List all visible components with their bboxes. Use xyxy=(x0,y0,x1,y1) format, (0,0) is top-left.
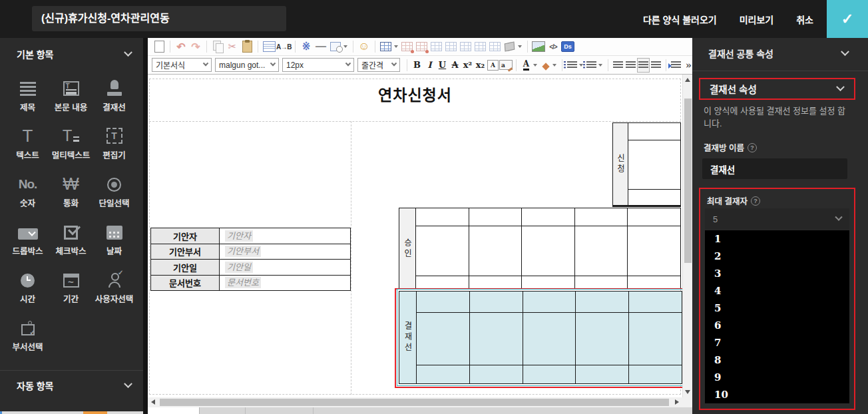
option-item[interactable]: 6 xyxy=(705,317,849,334)
editor-tab[interactable] xyxy=(148,407,200,414)
sidebar-item-date[interactable]: 날짜 xyxy=(93,214,136,261)
table-icon[interactable] xyxy=(380,42,391,51)
preview-button[interactable]: 미리보기 xyxy=(740,13,774,26)
sidebar-item-body-content[interactable]: 본문 내용 xyxy=(49,70,93,117)
sidebar-item-currency[interactable]: ₩ 통화 xyxy=(49,166,93,213)
font-color-icon[interactable] xyxy=(520,58,533,73)
sidebar-item-single-select[interactable]: 단일선택 xyxy=(93,166,136,213)
unordered-list-icon[interactable] xyxy=(586,61,596,69)
sidebar-item-text[interactable]: T 텍스트 xyxy=(6,118,49,165)
draft-info-table[interactable]: 기안자 기안자 기안부서 기안부서 기안일 기안일 문서번호 문서번호 xyxy=(150,228,351,291)
scroll-left-icon[interactable] xyxy=(151,399,155,405)
copy-icon[interactable] xyxy=(210,39,225,54)
ordered-list-icon[interactable] xyxy=(567,61,577,69)
sidebar-item-period[interactable]: ~ 기간 xyxy=(49,262,93,309)
cell-shading-icon[interactable] xyxy=(503,39,517,54)
font-select[interactable]: malgun got... xyxy=(215,58,279,72)
load-other-form-button[interactable]: 다른 양식 불러오기 xyxy=(643,13,717,26)
align-left-icon[interactable] xyxy=(613,61,623,69)
redo-icon[interactable] xyxy=(188,39,203,54)
char-dialog-icon[interactable] xyxy=(487,58,499,73)
chevron-down-icon[interactable] xyxy=(552,64,556,67)
scroll-right-icon[interactable] xyxy=(675,399,679,405)
option-item[interactable]: 3 xyxy=(705,265,849,282)
request-sign-table[interactable]: 신청 xyxy=(612,122,681,207)
paste-text-icon[interactable] xyxy=(262,39,276,54)
sidebar-item-dept-select[interactable]: 부서선택 xyxy=(6,310,49,357)
chevron-down-icon[interactable] xyxy=(394,45,398,48)
chevron-down-icon[interactable] xyxy=(579,64,583,67)
user-cell-delete-icon[interactable] xyxy=(416,42,427,51)
char-style-icon[interactable] xyxy=(499,58,513,73)
option-item[interactable]: 4 xyxy=(705,282,849,300)
sidebar-item-editor[interactable]: T 편집기 xyxy=(93,118,136,165)
paragraph-style-select[interactable]: 기본서식 xyxy=(152,58,212,72)
horizontal-scrollbar[interactable] xyxy=(148,397,682,407)
align-center-icon[interactable] xyxy=(626,61,636,69)
find-replace-icon[interactable] xyxy=(276,39,292,54)
date-time-icon[interactable] xyxy=(328,39,343,54)
option-item[interactable]: 9 xyxy=(705,369,849,386)
sidebar-item-checkbox[interactable]: 체크박스 xyxy=(49,214,93,261)
auto-items-header[interactable]: 자동 항목 xyxy=(17,379,131,392)
room-name-input[interactable] xyxy=(702,158,847,179)
line-spacing-select[interactable]: 줄간격 xyxy=(357,58,400,72)
sidebar-item-title[interactable]: 제목 xyxy=(6,70,49,117)
vertical-scrollbar[interactable] xyxy=(682,75,692,397)
sidebar-item-user-select[interactable]: 사용자선택 xyxy=(93,262,136,309)
merge-cells-icon[interactable] xyxy=(445,42,457,51)
option-item[interactable]: 8 xyxy=(705,351,849,369)
option-item[interactable]: 5 xyxy=(705,300,849,317)
cancel-button[interactable]: 취소 xyxy=(796,13,813,26)
cut-icon[interactable] xyxy=(225,39,240,54)
highlight-color-icon[interactable] xyxy=(539,58,552,73)
basic-items-header[interactable]: 기본 항목 xyxy=(17,47,131,61)
approval-line-table-selected[interactable]: 결재선 xyxy=(399,291,682,384)
chevron-down-icon[interactable] xyxy=(518,45,522,48)
underline-icon[interactable] xyxy=(436,58,449,73)
option-item[interactable]: 1 xyxy=(705,230,849,248)
document-page[interactable]: 연차신청서 기안자 기안자 기안부서 기안부서 기안일 기안일 문서번호 문서번… xyxy=(148,75,682,397)
sidebar-item-multitext[interactable]: T 멀티텍스트 xyxy=(49,118,93,165)
insert-row-icon[interactable] xyxy=(460,42,471,51)
chevron-down-icon[interactable] xyxy=(598,64,602,67)
help-icon[interactable]: ? xyxy=(748,143,757,152)
font-size-select[interactable]: 12px xyxy=(282,58,354,72)
align-right-icon[interactable] xyxy=(638,61,648,69)
table-props-icon[interactable] xyxy=(431,42,442,51)
option-item[interactable]: 2 xyxy=(705,248,849,265)
paste-icon[interactable] xyxy=(240,39,254,54)
align-justify-icon[interactable] xyxy=(651,61,661,69)
option-item[interactable]: 7 xyxy=(705,334,849,351)
scroll-down-icon[interactable] xyxy=(685,390,690,394)
confirm-button[interactable]: ✓ xyxy=(827,0,868,38)
code-view-icon[interactable] xyxy=(546,39,560,54)
bold-icon[interactable] xyxy=(411,58,423,73)
common-properties-header[interactable]: 결재선 공통 속성 xyxy=(708,47,848,60)
special-char-icon[interactable] xyxy=(299,39,314,54)
horizontal-scroll-thumb[interactable] xyxy=(160,399,669,406)
user-cell-insert-icon[interactable] xyxy=(401,42,413,51)
sidebar-item-dropdown[interactable]: 드롭박스 xyxy=(6,214,49,261)
indent-icon[interactable] xyxy=(671,61,681,69)
approval-line-properties-header[interactable]: 결재선 속성 xyxy=(699,78,855,100)
split-cell-icon[interactable] xyxy=(489,42,501,51)
scroll-up-icon[interactable] xyxy=(685,78,690,82)
option-item[interactable]: 10 xyxy=(705,386,849,403)
italic-icon[interactable] xyxy=(423,58,436,73)
ds-badge-icon[interactable] xyxy=(560,39,575,54)
vertical-scroll-thumb[interactable] xyxy=(684,99,692,263)
document-title[interactable]: 연차신청서 xyxy=(149,83,681,105)
image-icon[interactable] xyxy=(531,39,546,54)
approve-sign-table[interactable]: 승인 xyxy=(399,208,681,290)
emoticon-icon[interactable] xyxy=(357,39,371,54)
more-tools-icon[interactable] xyxy=(682,58,692,73)
new-document-icon[interactable] xyxy=(152,39,166,54)
chevron-down-icon[interactable] xyxy=(343,45,347,48)
chevron-down-icon[interactable] xyxy=(533,64,537,67)
sidebar-item-time[interactable]: 시간 xyxy=(6,262,49,309)
insert-col-icon[interactable] xyxy=(475,42,486,51)
sidebar-item-approval-line[interactable]: 결재선 xyxy=(93,70,136,117)
strikethrough-icon[interactable] xyxy=(449,58,461,73)
sidebar-item-number[interactable]: No. 숫자 xyxy=(6,166,49,213)
